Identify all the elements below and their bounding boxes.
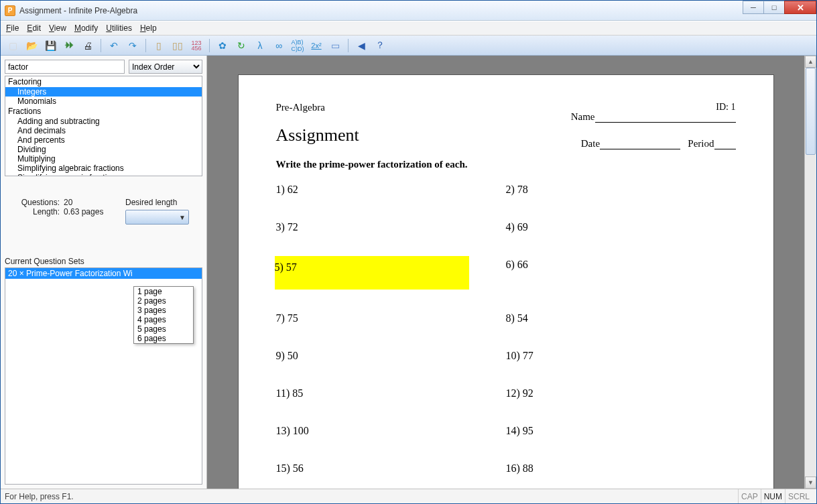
topic-item[interactable]: Adding and subtracting	[5, 117, 202, 126]
question-item[interactable]: 4) 69	[506, 218, 736, 236]
question-item[interactable]: 3) 72	[276, 218, 506, 236]
question-item[interactable]: 12) 92	[506, 385, 736, 402]
expr-icon[interactable]: 2x²	[308, 38, 324, 54]
desired-length-label: Desired length	[125, 198, 189, 207]
window-icon[interactable]: ▭	[327, 38, 343, 54]
topic-item[interactable]: Monomials	[5, 97, 202, 106]
question-item[interactable]: 11) 85	[276, 385, 506, 402]
dropdown-option[interactable]: 1 page	[134, 287, 193, 296]
question-item[interactable]: 15) 56	[276, 460, 506, 477]
menu-utilities[interactable]: Utilities	[106, 23, 132, 33]
undo-icon[interactable]: ↶	[106, 38, 122, 54]
export-icon[interactable]: ⯮	[61, 38, 77, 54]
dropdown-option[interactable]: 4 pages	[134, 315, 193, 324]
search-input[interactable]	[5, 60, 125, 74]
numbers-icon[interactable]: 123456	[188, 38, 204, 54]
menu-view[interactable]: View	[49, 23, 66, 33]
scroll-down-icon[interactable]: ▼	[805, 477, 816, 489]
status-bar: For Help, press F1. CAP NUM SCRL	[1, 489, 816, 503]
close-button[interactable]: ✕	[784, 1, 816, 14]
question-item[interactable]: 9) 50	[276, 347, 506, 365]
cap-indicator: CAP	[738, 489, 761, 503]
open-icon[interactable]: 📂	[23, 38, 40, 54]
question-item[interactable]: 6) 66	[506, 256, 736, 290]
print-icon[interactable]: 🖨	[80, 38, 96, 54]
main-split: Index Order Factoring Integers Monomials…	[1, 56, 816, 489]
topic-item[interactable]: And decimals	[5, 126, 202, 135]
topic-list[interactable]: Factoring Integers Monomials Fractions A…	[5, 76, 202, 176]
refresh-icon[interactable]: ↻	[233, 38, 249, 54]
sidebar: Index Order Factoring Integers Monomials…	[1, 56, 207, 489]
toolbar: ▢ 📂 💾 ⯮ 🖨 ↶ ↷ ▯ ▯▯ 123456 ✿ ↻ λ ∞ A)B)C)…	[1, 36, 816, 56]
window-title: Assignment - Infinite Pre-Algebra	[19, 6, 743, 15]
topic-item[interactable]: Integers	[5, 87, 202, 97]
desired-length-group: Desired length ▼	[125, 198, 189, 225]
app-window: P Assignment - Infinite Pre-Algebra ─ □ …	[0, 0, 817, 504]
name-field: Name	[571, 111, 736, 123]
topic-item[interactable]: Simplifying numeric fractions	[5, 173, 202, 176]
length-label: Length:	[13, 207, 60, 216]
menu-modify[interactable]: Modify	[74, 23, 98, 33]
toolbar-separator	[101, 39, 101, 52]
questions-label: Questions:	[13, 198, 60, 207]
help-icon[interactable]: ？	[372, 38, 388, 54]
lambda-icon[interactable]: λ	[252, 38, 268, 54]
menu-bar: File Edit View Modify Utilities Help	[1, 21, 816, 36]
back-icon[interactable]: ◀	[353, 38, 369, 54]
question-item[interactable]: 10) 77	[506, 347, 736, 365]
status-help: For Help, press F1.	[5, 492, 74, 501]
sort-select[interactable]: Index Order	[129, 60, 202, 74]
topic-item[interactable]: And percents	[5, 135, 202, 145]
redo-icon[interactable]: ↷	[125, 38, 141, 54]
tool-icon[interactable]: ✿	[214, 38, 231, 54]
maximize-button[interactable]: □	[763, 1, 785, 14]
question-item[interactable]: 2) 78	[506, 181, 736, 198]
document-area: ID: 1 Pre-Algebra Name Assignment Date P…	[207, 56, 816, 489]
title-bar: P Assignment - Infinite Pre-Algebra ─ □ …	[1, 1, 816, 21]
app-icon: P	[5, 5, 15, 16]
scroll-up-icon[interactable]: ▲	[805, 56, 816, 68]
question-item[interactable]: 14) 95	[506, 422, 736, 440]
dropdown-option[interactable]: 6 pages	[134, 334, 193, 343]
instructions: Write the prime-power factorization of e…	[276, 159, 736, 170]
question-item[interactable]: 8) 54	[506, 310, 736, 327]
desired-length-dropdown[interactable]: 1 page 2 pages 3 pages 4 pages 5 pages 6…	[133, 286, 194, 344]
toolbar-separator	[348, 39, 349, 52]
dropdown-option[interactable]: 2 pages	[134, 296, 193, 306]
length-value: 0.63 pages	[64, 207, 103, 216]
topic-category: Factoring	[5, 76, 202, 87]
topic-item[interactable]: Simplifying algebraic fractions	[5, 164, 202, 173]
window-buttons: ─ □ ✕	[743, 1, 816, 14]
dropdown-option[interactable]: 5 pages	[134, 324, 193, 334]
questions-value: 20	[64, 198, 72, 207]
menu-file[interactable]: File	[6, 23, 19, 33]
vertical-scrollbar[interactable]: ▲ ▼	[804, 56, 816, 489]
question-item[interactable]: 13) 100	[276, 422, 506, 440]
topic-category: Fractions	[5, 106, 202, 117]
new-icon[interactable]: ▢	[5, 38, 21, 54]
infinity-icon[interactable]: ∞	[271, 38, 287, 54]
pages-icon[interactable]: ▯▯	[170, 38, 186, 54]
question-item[interactable]: 5) 57	[275, 256, 469, 290]
topic-item[interactable]: Dividing	[5, 145, 202, 154]
dropdown-option[interactable]: 3 pages	[134, 306, 193, 315]
menu-edit[interactable]: Edit	[27, 23, 41, 33]
date-period: Date Period	[581, 138, 736, 149]
page-icon[interactable]: ▯	[151, 38, 167, 54]
desired-length-combo[interactable]: ▼	[125, 210, 189, 225]
cqs-item[interactable]: 20 × Prime-Power Factorization Wi	[5, 268, 202, 279]
menu-help[interactable]: Help	[140, 23, 157, 33]
toolbar-separator	[145, 39, 146, 52]
worksheet-page: ID: 1 Pre-Algebra Name Assignment Date P…	[238, 74, 774, 489]
question-grid: 1) 622) 783) 724) 695) 576) 667) 758) 54…	[276, 181, 736, 489]
scroll-thumb[interactable]	[806, 68, 816, 155]
question-item[interactable]: 7) 75	[276, 310, 506, 327]
question-item[interactable]: 16) 88	[506, 460, 736, 477]
choices-icon[interactable]: A)B)C)D)	[290, 38, 306, 54]
minimize-button[interactable]: ─	[743, 1, 764, 14]
chevron-down-icon: ▼	[179, 214, 186, 221]
document-scroll[interactable]: ID: 1 Pre-Algebra Name Assignment Date P…	[207, 56, 804, 489]
question-item[interactable]: 1) 62	[276, 181, 506, 198]
save-icon[interactable]: 💾	[42, 38, 58, 54]
topic-item[interactable]: Multiplying	[5, 154, 202, 164]
